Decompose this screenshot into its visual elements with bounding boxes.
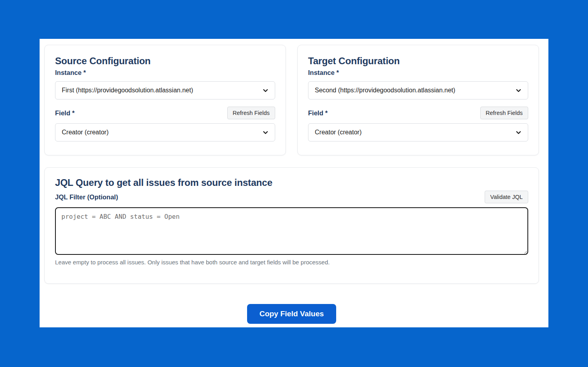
chevron-down-icon [516,88,521,94]
target-instance-select[interactable]: Second (https://providegoodsolution.atla… [308,81,528,99]
validate-jql-button[interactable]: Validate JQL [485,191,528,203]
target-field-selected-value: Creator (creator) [315,129,362,136]
source-instance-label: Instance * [55,69,86,76]
source-refresh-fields-button[interactable]: Refresh Fields [227,107,275,119]
jql-filter-textarea[interactable] [55,207,528,255]
actions-row: Copy Field Values [44,304,539,324]
jql-filter-label: JQL Filter (Optional) [55,193,118,201]
jql-query-card: JQL Query to get all issues from source … [44,167,539,284]
jql-query-title: JQL Query to get all issues from source … [55,177,528,188]
target-configuration-title: Target Configuration [308,55,528,67]
copy-field-values-button[interactable]: Copy Field Values [247,304,336,324]
page-surface: Source Configuration Instance * First (h… [40,39,548,327]
source-field-label: Field * [55,109,75,117]
source-instance-select[interactable]: First (https://providegoodsolution.atlas… [55,81,275,99]
chevron-down-icon [516,130,521,136]
chevron-down-icon [263,130,268,136]
target-refresh-fields-button[interactable]: Refresh Fields [480,107,528,119]
source-field-select[interactable]: Creator (creator) [55,123,275,141]
source-field-selected-value: Creator (creator) [62,129,108,136]
target-field-select[interactable]: Creator (creator) [308,123,528,141]
source-configuration-card: Source Configuration Instance * First (h… [44,45,286,155]
target-field-label: Field * [308,109,328,117]
target-instance-selected-value: Second (https://providegoodsolution.atla… [315,87,455,94]
config-row: Source Configuration Instance * First (h… [44,45,539,155]
chevron-down-icon [263,88,268,94]
source-instance-selected-value: First (https://providegoodsolution.atlas… [62,87,193,94]
target-instance-label: Instance * [308,69,339,76]
source-configuration-title: Source Configuration [55,55,275,67]
jql-helper-text: Leave empty to process all issues. Only … [55,259,528,266]
target-configuration-card: Target Configuration Instance * Second (… [297,45,539,155]
